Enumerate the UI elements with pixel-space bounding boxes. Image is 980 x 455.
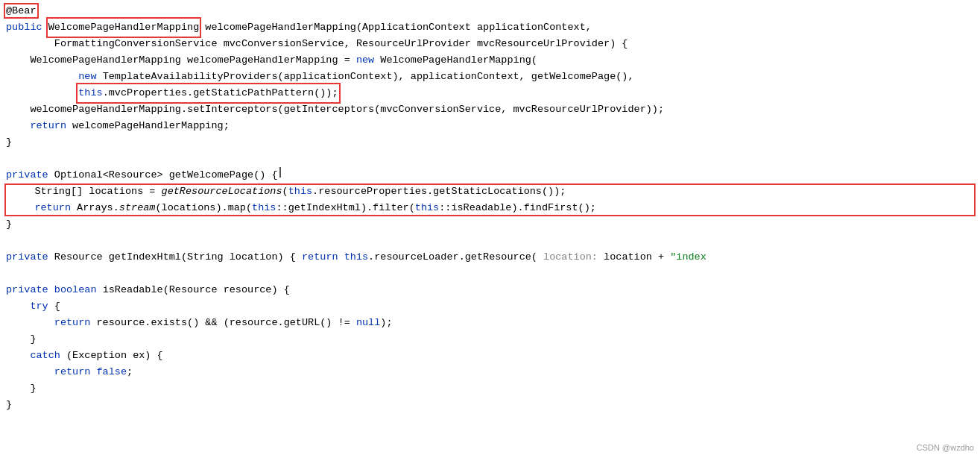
line-private-get-welcome: private Optional<Resource> getWelcomePag…	[0, 167, 980, 183]
line-blank3	[0, 266, 980, 282]
line-set-interceptors: welcomePageHandlerMapping.setInterceptor…	[0, 101, 980, 118]
code-editor: @Bear public WelcomePageHandlerMapping w…	[0, 0, 980, 455]
line-params: FormattingConversionService mvcConversio…	[0, 36, 980, 52]
annotation-bear: @Bear	[6, 3, 37, 19]
line-is-readable: private boolean isReadable(Resource reso…	[0, 282, 980, 298]
line-return-exists: return resource.exists() && (resource.ge…	[0, 315, 980, 331]
line-blank2	[0, 233, 980, 249]
line-public-method: public WelcomePageHandlerMapping welcome…	[0, 19, 980, 36]
static-path-box: this.mvcProperties.getStaticPathPattern(…	[78, 85, 338, 101]
line-template-providers: new TemplateAvailabilityProviders(applic…	[0, 69, 980, 85]
line-close-method2: }	[0, 216, 980, 233]
line-blank1	[0, 151, 980, 167]
line-try: try {	[0, 298, 980, 315]
class-box-welcome: WelcomePageHandlerMapping	[48, 19, 200, 36]
line-close-catch: }	[0, 380, 980, 397]
text-cursor	[279, 167, 285, 178]
line-get-index-html: private Resource getIndexHtml(String loc…	[0, 249, 980, 266]
line-return-false: return false;	[0, 364, 980, 380]
line-static-path: this.mvcProperties.getStaticPathPattern(…	[0, 85, 980, 101]
big-red-box-wrapper: String[] locations = getResourceLocation…	[0, 183, 980, 216]
line-return-mapping: return welcomePageHandlerMapping;	[0, 118, 980, 134]
line-string-locations: String[] locations = getResourceLocation…	[0, 183, 980, 200]
line-close-try: }	[0, 331, 980, 348]
line-new-mapping: WelcomePageHandlerMapping welcomePageHan…	[0, 52, 980, 69]
watermark: CSDN @wzdho	[917, 443, 974, 452]
line-bear: @Bear	[0, 3, 980, 19]
line-close-is-readable: }	[0, 397, 980, 413]
line-catch: catch (Exception ex) {	[0, 348, 980, 364]
line-close-method1: }	[0, 134, 980, 151]
line-return-arrays: return Arrays.stream(locations).map(this…	[0, 200, 980, 216]
